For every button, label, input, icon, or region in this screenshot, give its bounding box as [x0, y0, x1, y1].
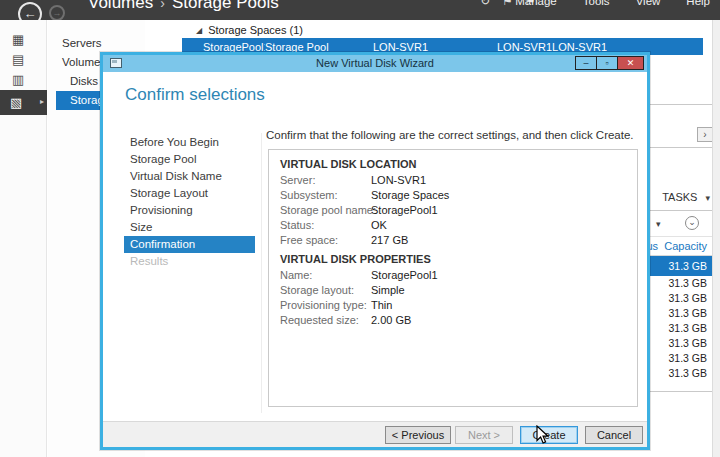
capacity-value: 31.3 GB	[668, 292, 707, 304]
setting-row: Server:LON-SVR1	[280, 173, 629, 188]
capacity-value: 31.3 GB	[668, 260, 707, 272]
capacity-column-header[interactable]: Capacity	[664, 240, 707, 252]
expand-button[interactable]: ›	[697, 127, 713, 142]
sidebar-item[interactable]: Servers	[48, 34, 145, 53]
wizard-step[interactable]: Storage Layout	[124, 185, 255, 202]
refresh-icon[interactable]: ↻	[480, 0, 490, 8]
previous-button[interactable]: < Previous	[385, 426, 451, 444]
confirmation-summary-box: VIRTUAL DISK LOCATION Server:LON-SVR1Sub…	[268, 149, 638, 407]
minimize-button[interactable]: –	[575, 56, 597, 70]
pool-row-cell: LON-SVR1	[497, 41, 552, 53]
dashboard-icon[interactable]: ▦	[12, 33, 24, 47]
group-header[interactable]: ◢Storage Spaces (1)	[196, 24, 303, 36]
new-virtual-disk-wizard-dialog: New Virtual Disk Wizard – ▫ ✕ Confirm se…	[100, 52, 650, 450]
app-menu: ManageToolsViewHelp	[515, 0, 710, 7]
storage-pools-icon: ▧	[10, 95, 22, 110]
pool-row-cell: StoragePool1	[203, 41, 265, 53]
location-rows: Server:LON-SVR1Subsystem:Storage SpacesS…	[280, 173, 629, 248]
setting-row: Status:OK	[280, 218, 629, 233]
setting-label: Status:	[280, 218, 371, 233]
capacity-value: 31.3 GB	[668, 352, 707, 364]
setting-label: Storage pool name:	[280, 203, 371, 218]
setting-row: Storage pool name:StoragePool1	[280, 203, 629, 218]
close-button[interactable]: ✕	[617, 56, 644, 70]
setting-value: Thin	[371, 299, 392, 311]
menu-item[interactable]: View	[636, 0, 661, 7]
setting-row: Storage layout:Simple	[280, 283, 629, 298]
setting-label: Storage layout:	[280, 283, 371, 298]
dialog-titlebar[interactable]: New Virtual Disk Wizard – ▫ ✕	[103, 55, 647, 72]
wizard-step[interactable]: Virtual Disk Name	[124, 168, 255, 185]
setting-label: Server:	[280, 173, 371, 188]
tasks-label: TASKS	[662, 191, 697, 203]
breadcrumb-separator-icon: ›	[153, 0, 172, 11]
setting-value: Storage Spaces	[371, 189, 449, 201]
setting-row: Name:StoragePool1	[280, 268, 629, 283]
capacity-value: 31.3 GB	[668, 337, 707, 349]
flyout-arrow-icon: ▸	[40, 97, 44, 106]
mouse-cursor-icon	[536, 425, 549, 444]
back-icon: ←	[24, 6, 37, 20]
pool-row-cell: LON-SVR1	[373, 41, 497, 53]
sidebar-icon-rail: ▦ ▤ ▥ ▧ ▸	[0, 20, 47, 457]
back-button[interactable]: ←	[18, 2, 42, 20]
capacity-value: 31.3 GB	[668, 307, 707, 319]
group-header-label: Storage Spaces (1)	[208, 24, 303, 36]
forward-icon: →	[53, 8, 62, 18]
setting-label: Name:	[280, 268, 371, 283]
properties-rows: Name:StoragePool1Storage layout:SimplePr…	[280, 268, 629, 328]
setting-row: Requested size:2.00 GB	[280, 313, 629, 328]
collapse-icon[interactable]: ◢	[196, 26, 202, 35]
wizard-step[interactable]: Provisioning	[124, 202, 255, 219]
breadcrumb-storage-pools[interactable]: Storage Pools	[172, 0, 279, 12]
breadcrumb-volumes[interactable]: Volumes	[88, 0, 153, 12]
setting-label: Subsystem:	[280, 188, 371, 203]
wizard-step[interactable]: Size	[124, 219, 255, 236]
wizard-step[interactable]: Storage Pool	[124, 151, 255, 168]
menu-item[interactable]: Manage	[515, 0, 557, 7]
flag-icon[interactable]: ⚑	[502, 0, 513, 8]
cancel-button[interactable]: Cancel	[585, 426, 643, 444]
create-button[interactable]: Create	[520, 426, 578, 444]
pool-row-cell: Storage Pool	[265, 41, 373, 53]
setting-row: Free space:217 GB	[280, 233, 629, 248]
dialog-title: New Virtual Disk Wizard	[103, 55, 647, 72]
chevron-circle-icon[interactable]: ⌄	[685, 216, 699, 230]
forward-button[interactable]: →	[49, 5, 65, 20]
server-manager-window: ← → Volumes›Storage Pools ↻ ⚑ ⚑ ManageTo…	[0, 0, 720, 457]
setting-row: Subsystem:Storage Spaces	[280, 188, 629, 203]
dialog-footer: < Previous Next > Create Cancel	[103, 421, 647, 447]
setting-value: StoragePool1	[371, 204, 438, 216]
app-header: ← → Volumes›Storage Pools ↻ ⚑ ⚑ ManageTo…	[0, 0, 720, 20]
setting-label: Free space:	[280, 233, 371, 248]
breadcrumb: Volumes›Storage Pools	[88, 0, 279, 13]
setting-value: 2.00 GB	[371, 314, 411, 326]
wizard-window-icon	[110, 58, 122, 68]
nav-content-divider	[261, 133, 262, 413]
tasks-dropdown-icon: ▾	[705, 193, 710, 203]
setting-value: 217 GB	[371, 234, 408, 246]
capacity-value: 31.3 GB	[668, 367, 707, 379]
wizard-step[interactable]: Confirmation	[124, 236, 255, 253]
setting-value: Simple	[371, 284, 405, 296]
pool-row-cell: LON-SVR1	[552, 41, 607, 53]
servers-icon[interactable]: ▤	[12, 53, 24, 67]
setting-value: StoragePool1	[371, 269, 438, 281]
filter-dropdown-icon[interactable]: ▾	[656, 219, 661, 229]
next-button[interactable]: Next >	[455, 426, 513, 444]
menu-item[interactable]: Help	[686, 0, 710, 7]
wizard-step[interactable]: Results	[124, 253, 255, 270]
setting-row: Provisioning type:Thin	[280, 298, 629, 313]
section-title-location: VIRTUAL DISK LOCATION	[280, 158, 416, 170]
wizard-steps-nav: Before You BeginStorage PoolVirtual Disk…	[124, 134, 255, 270]
setting-label: Requested size:	[280, 313, 371, 328]
capacity-value: 31.3 GB	[668, 322, 707, 334]
storage-pools-rail-selected[interactable]: ▧ ▸	[0, 90, 47, 115]
capacity-value: 31.3 GB	[668, 277, 707, 289]
wizard-step[interactable]: Before You Begin	[124, 134, 255, 151]
disks-icon[interactable]: ▥	[12, 73, 24, 87]
setting-value: OK	[371, 219, 387, 231]
window-edge-gutter	[712, 20, 720, 457]
menu-item[interactable]: Tools	[583, 0, 610, 7]
maximize-button[interactable]: ▫	[596, 56, 618, 70]
